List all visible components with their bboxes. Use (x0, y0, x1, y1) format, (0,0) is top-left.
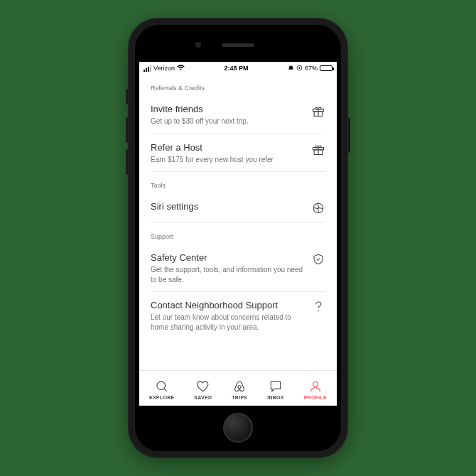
row-neighborhood-support[interactable]: Contact Neighborhood Support Let our tea… (151, 292, 325, 339)
gift-icon (311, 142, 325, 156)
tab-saved[interactable]: SAVED (194, 379, 212, 400)
row-invite-friends[interactable]: Invite friends Get up to $30 off your ne… (151, 96, 325, 134)
row-title: Invite friends (151, 104, 304, 114)
row-subtitle: Let our team know about concerns related… (151, 313, 304, 332)
status-right: 67% (288, 65, 332, 72)
phone-bezel: Verizon 2:48 PM 67% (135, 25, 341, 451)
tab-label: SAVED (194, 395, 212, 400)
tab-inbox[interactable]: INBOX (267, 379, 284, 400)
gift-icon (311, 104, 325, 118)
clock-label: 2:48 PM (225, 65, 249, 72)
row-title: Refer a Host (151, 142, 304, 153)
power-button (348, 117, 350, 153)
tab-label: TRIPS (232, 395, 247, 400)
alarm-icon (288, 65, 294, 72)
tab-explore[interactable]: EXPLORE (149, 379, 175, 400)
section-header-support: Support (151, 233, 325, 240)
svg-point-7 (157, 382, 166, 390)
heart-icon (196, 379, 210, 394)
tab-label: INBOX (267, 395, 284, 400)
row-subtitle: Earn $175 for every new host you refer (151, 155, 304, 165)
row-subtitle: Get the support, tools, and information … (151, 265, 304, 284)
tab-label: EXPLORE (149, 395, 175, 400)
signal-icon (144, 65, 151, 72)
row-safety-center[interactable]: Safety Center Get the support, tools, an… (151, 244, 325, 292)
search-icon (155, 379, 169, 394)
airbnb-logo-icon (232, 379, 247, 394)
row-title: Safety Center (151, 252, 304, 263)
section-header-referrals: Referrals & Credits (151, 85, 325, 92)
phone-camera (195, 42, 201, 48)
shield-icon (311, 252, 325, 266)
section-header-tools: Tools (151, 182, 325, 189)
home-button (223, 413, 253, 443)
profile-icon (308, 379, 323, 394)
battery-icon (320, 65, 332, 71)
wifi-icon (177, 65, 185, 72)
tab-profile[interactable]: PROFILE (304, 379, 327, 400)
mute-switch (126, 89, 128, 104)
volume-up-button (126, 117, 128, 143)
row-title: Siri settings (151, 201, 304, 212)
chat-icon (269, 379, 283, 394)
question-icon (311, 300, 325, 314)
orientation-lock-icon (296, 65, 303, 72)
settings-list[interactable]: Referrals & Credits Invite friends Get u… (139, 75, 337, 370)
svg-point-6 (318, 310, 319, 312)
svg-point-8 (238, 386, 241, 389)
screen: Verizon 2:48 PM 67% (139, 62, 337, 406)
row-siri-settings[interactable]: Siri settings (151, 193, 325, 223)
battery-pct-label: 67% (305, 65, 318, 72)
phone-frame: Verizon 2:48 PM 67% (128, 18, 348, 458)
tab-bar: EXPLORE SAVED TRIPS INBOX PROFILE (139, 370, 337, 406)
row-refer-host[interactable]: Refer a Host Earn $175 for every new hos… (151, 134, 325, 173)
volume-down-button (126, 149, 128, 175)
svg-point-9 (313, 382, 318, 386)
row-subtitle: Get up to $30 off your next trip. (151, 117, 304, 126)
row-title: Contact Neighborhood Support (151, 300, 304, 310)
carrier-label: Verizon (153, 65, 175, 72)
status-bar: Verizon 2:48 PM 67% (139, 62, 337, 75)
status-left: Verizon (144, 65, 185, 72)
phone-speaker (222, 43, 254, 47)
globe-icon (311, 201, 325, 215)
tab-trips[interactable]: TRIPS (232, 379, 247, 400)
tab-label: PROFILE (304, 395, 327, 400)
